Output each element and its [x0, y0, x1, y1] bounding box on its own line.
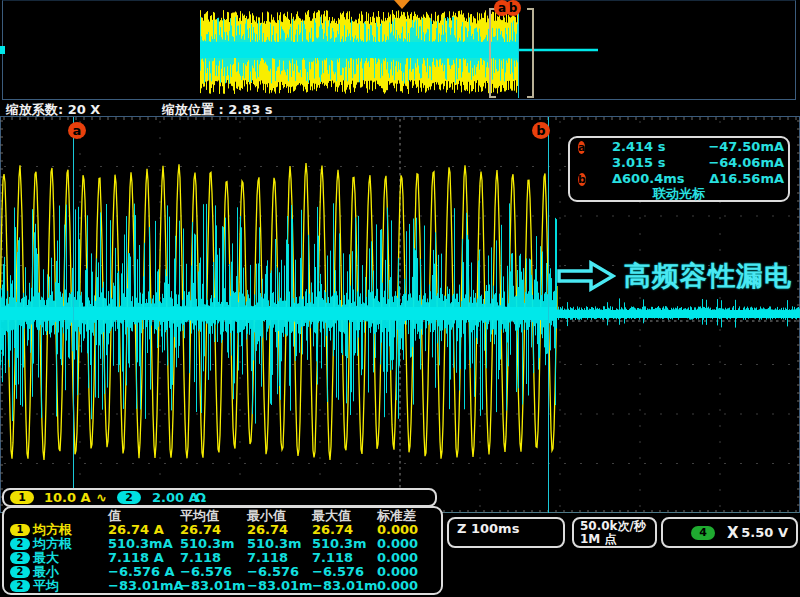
- header-max: 最大值: [312, 509, 377, 523]
- zoom-window-line: [518, 8, 519, 98]
- row-channel-badge: 1: [10, 524, 30, 536]
- row-channel-badge: 2: [10, 580, 30, 592]
- zoom-window-left-bracket[interactable]: [489, 8, 496, 98]
- channel-1-coupling-icon: ∿: [96, 490, 107, 505]
- cursor-b-line[interactable]: [548, 117, 549, 513]
- cursor-a-readout-badge: a: [578, 141, 585, 154]
- right-arrow-icon: [556, 260, 616, 292]
- cursor-b-time: 3.015 s: [600, 155, 704, 171]
- row-channel-badge: 2: [10, 538, 30, 550]
- record-length-label: 1M 点: [580, 533, 655, 546]
- header-stddev: 标准差: [377, 509, 433, 523]
- channel-2-scale: 2.00 A: [152, 490, 199, 505]
- measurement-row: 1均方根 26.74 A 26.74 26.74 26.74 0.000: [10, 523, 441, 537]
- cursor-a-line[interactable]: [73, 117, 74, 513]
- channel-scale-box[interactable]: 1 10.0 A ∿ 2 2.00 A Ω: [2, 488, 437, 507]
- channel-2-badge[interactable]: 2: [117, 491, 141, 504]
- cursor-delta-value: Δ16.56mA: [704, 171, 788, 187]
- overview-ground-marker: [0, 46, 5, 54]
- cursor-readout-row: b Δ600.4ms Δ16.56mA: [570, 171, 788, 187]
- zoom-info-bar: 缩放系数: 20 X 缩放位置 : 2.83 s: [0, 100, 800, 117]
- overview-cursor-a-badge[interactable]: a: [494, 0, 510, 16]
- channel-4-badge[interactable]: 4: [691, 526, 715, 540]
- overview-waveform-canvas: [0, 0, 800, 100]
- measurement-header-row: 值 平均值 最小值 最大值 标准差: [10, 509, 441, 523]
- row-channel-badge: 2: [10, 552, 30, 564]
- cursor-b-readout-badge: b: [578, 173, 586, 186]
- channel-1-scale: 10.0 A: [44, 490, 91, 505]
- cursor-b-badge[interactable]: b: [532, 122, 550, 139]
- annotation: 高频容性漏电: [556, 258, 792, 294]
- header-min: 最小值: [247, 509, 312, 523]
- measurement-table: 值 平均值 最小值 最大值 标准差 1均方根 26.74 A 26.74 26.…: [2, 506, 443, 595]
- header-value: 值: [108, 509, 180, 523]
- channel-4-box[interactable]: 4 X 5.50 V: [661, 517, 798, 548]
- channel-2-impedance-icon: Ω: [195, 490, 206, 505]
- zoom-timebase-box[interactable]: Z 100ms: [447, 517, 565, 548]
- header-mean: 平均值: [180, 509, 247, 523]
- acquisition-box[interactable]: 50.0k次/秒 1M 点: [572, 517, 657, 548]
- trigger-position-icon[interactable]: [394, 0, 410, 9]
- cursor-readout-row: a 2.414 s −47.50mA: [570, 139, 788, 155]
- annotation-text: 高频容性漏电: [624, 258, 792, 294]
- measurement-row: 2均方根 510.3mA 510.3m 510.3m 510.3m 0.000: [10, 537, 441, 551]
- channel-4-coupling-icon: X: [727, 524, 739, 542]
- row-channel-badge: 2: [10, 566, 30, 578]
- cursor-delta-time: Δ600.4ms: [600, 171, 704, 187]
- measurement-row: 2最大 7.118 A 7.118 7.118 7.118 0.000: [10, 551, 441, 565]
- cursor-readout-row: 3.015 s −64.06mA: [570, 155, 788, 171]
- channel-4-scale: 5.50 V: [741, 525, 788, 540]
- channel-1-badge[interactable]: 1: [10, 491, 34, 504]
- cursor-a-value: −47.50mA: [704, 139, 788, 155]
- cursor-b-value: −64.06mA: [704, 155, 788, 171]
- measurement-row: 2平均 −83.01mA −83.01m −83.01m −83.01m 0.0…: [10, 579, 441, 593]
- zoom-window-right-bracket[interactable]: [527, 8, 534, 98]
- oscilloscope-screen: b a 缩放系数: 20 X 缩放位置 : 2.83 s a b a 2.414…: [0, 0, 800, 597]
- linked-cursors-label: 联动光标: [570, 187, 788, 202]
- measurement-row: 2最小 −6.576 A −6.576 −6.576 −6.576 0.000: [10, 565, 441, 579]
- zoom-timebase-label: Z 100ms: [457, 521, 519, 536]
- cursor-readout-panel: a 2.414 s −47.50mA 3.015 s −64.06mA b Δ6…: [568, 136, 790, 202]
- cursor-a-time: 2.414 s: [600, 139, 704, 155]
- cursor-a-badge[interactable]: a: [68, 122, 86, 139]
